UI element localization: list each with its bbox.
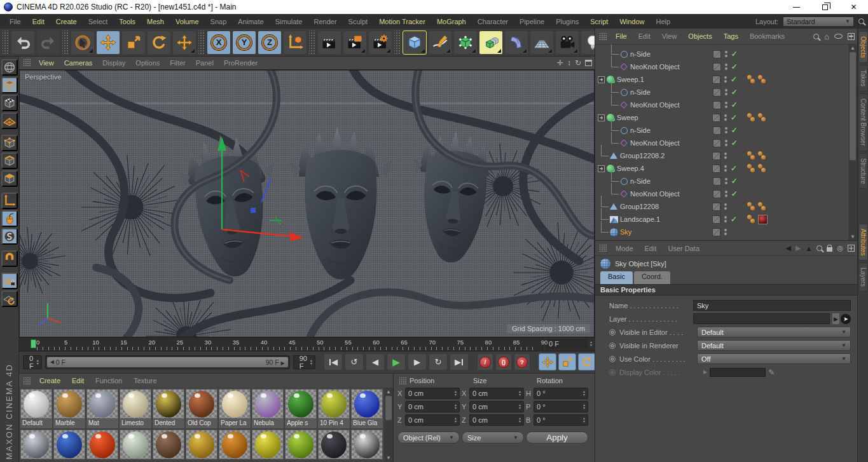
layer-toggle-icon[interactable] [713, 88, 721, 97]
viewport-menu-panel[interactable]: Panel [191, 59, 219, 67]
menu-render[interactable]: Render [308, 18, 342, 25]
layer-toggle-icon[interactable] [712, 215, 720, 224]
material-old-cop[interactable]: Old Cop [186, 389, 217, 428]
lock-y-axis-button[interactable]: Y [232, 31, 256, 55]
expander-icon[interactable] [598, 114, 605, 121]
coord-field-rotation-p[interactable]: 0 °▴▾ [534, 401, 588, 412]
preview-range-slider[interactable]: ◀ 0 F 90 F ▶ [45, 355, 290, 369]
drag-handle[interactable] [23, 58, 31, 67]
stepper-icon[interactable]: ▴▾ [583, 390, 585, 397]
lock-x-axis-button[interactable]: X [207, 31, 231, 55]
edit-render-settings-button[interactable] [368, 31, 392, 55]
key-position-button[interactable] [539, 353, 556, 370]
search-icon[interactable] [813, 34, 819, 39]
material-menu-texture[interactable]: Texture [128, 377, 162, 384]
add-panel-icon[interactable] [848, 33, 855, 40]
stepper-icon[interactable]: ▴▾ [455, 390, 457, 397]
coord-dropdown-size[interactable]: Size▼ [462, 431, 524, 444]
visibility-dots-icon[interactable] [725, 102, 727, 108]
side-tab-structure[interactable]: Structure [858, 153, 868, 189]
stepper-icon[interactable]: ▴▾ [519, 417, 521, 423]
visibility-dots-icon[interactable] [725, 178, 727, 184]
display-color-swatch[interactable] [710, 368, 766, 377]
keyframe-circle-icon[interactable] [609, 369, 616, 376]
layer-toggle-icon[interactable] [712, 114, 720, 122]
enabled-check-icon[interactable]: ✓ [731, 88, 740, 97]
object-row-sweep[interactable]: Sweep✓ [598, 111, 857, 124]
end-frame-field[interactable]: 90 F ▴▾ [293, 355, 315, 369]
objects-scrollbar[interactable]: ▲ ▼ [848, 44, 857, 240]
step-back-button[interactable]: ◀ [366, 353, 385, 370]
enabled-check-icon[interactable]: ✓ [731, 215, 740, 224]
keyframe-circle-icon[interactable] [609, 356, 616, 362]
drag-handle[interactable] [599, 32, 607, 41]
viewport-menu-prorender[interactable]: ProRender [219, 59, 263, 67]
material-tag-icon[interactable] [758, 164, 767, 173]
viewport-menu-options[interactable]: Options [130, 59, 165, 67]
coordinate-system-button[interactable] [283, 31, 307, 55]
lock-workplane-button[interactable] [1, 273, 18, 289]
material-tag-icon[interactable] [758, 113, 767, 122]
coord-field-rotation-h[interactable]: 0 °▴▾ [534, 388, 588, 399]
minimize-button[interactable] [782, 0, 811, 14]
layer-toggle-icon[interactable] [713, 63, 721, 71]
viewport-menu-display[interactable]: Display [97, 59, 130, 67]
coord-field-size-y[interactable]: 0 cm▴▾ [469, 401, 524, 412]
material-tag-icon[interactable] [758, 75, 767, 84]
enabled-check-icon[interactable]: ✓ [731, 100, 740, 109]
restore-button[interactable] [811, 0, 839, 14]
stepper-icon[interactable]: ▴▾ [455, 417, 457, 423]
menu-mesh[interactable]: Mesh [141, 18, 170, 25]
filter-icon[interactable] [834, 34, 843, 39]
menu-script[interactable]: Script [584, 18, 614, 25]
menu-character[interactable]: Character [472, 18, 514, 25]
object-row-n-side[interactable]: n-Side✓ [598, 175, 857, 187]
material-paper-la[interactable]: Paper La [219, 389, 251, 428]
menu-simulate[interactable]: Simulate [270, 18, 308, 25]
menu-window[interactable]: Window [614, 18, 650, 25]
dropdown-visible[interactable]: Default▼ [697, 340, 851, 351]
live-selection-button[interactable] [71, 31, 95, 55]
enabled-check-icon[interactable]: ✓ [731, 126, 740, 135]
history-forward-icon[interactable]: ▶ [796, 244, 801, 252]
viewport-menu-cameras[interactable]: Cameras [59, 59, 98, 67]
material-blue-gla[interactable]: Blue Gla [351, 389, 383, 428]
close-button[interactable]: ✕ [839, 0, 868, 14]
material-default[interactable]: Default [20, 389, 52, 428]
side-tab-content-browser[interactable]: Content Browser [858, 93, 868, 151]
object-menu-bookmarks[interactable]: Bookmarks [744, 32, 790, 40]
layer-pick-icon[interactable]: ➤ [841, 314, 851, 324]
materials-scrollbar[interactable]: ▲ ▼ [384, 388, 393, 462]
undo-button[interactable] [11, 31, 35, 55]
stepper-icon[interactable]: ▴▾ [37, 359, 39, 365]
viewport-menu-view[interactable]: View [34, 59, 59, 67]
layer-toggle-icon[interactable] [713, 139, 721, 147]
object-row-neoknot-object[interactable]: NeoKnot Object✓ [598, 60, 857, 73]
render-picture-viewer-button[interactable] [343, 31, 367, 55]
stepper-icon[interactable]: ▴▾ [455, 404, 457, 410]
play-forward-button[interactable]: ▶ [387, 353, 406, 370]
menu-mograph[interactable]: MoGraph [431, 18, 472, 25]
apply-button[interactable]: Apply [526, 431, 588, 444]
section-header[interactable]: Basic Properties [595, 284, 857, 296]
layer-toggle-icon[interactable] [712, 152, 720, 160]
enabled-check-icon[interactable]: ✓ [731, 139, 740, 147]
material-swatch[interactable] [20, 430, 52, 459]
current-frame-field[interactable]: 0 F ▴▾ [542, 337, 595, 351]
expander-icon[interactable] [598, 165, 605, 172]
stepper-icon[interactable]: ▴▾ [519, 390, 521, 397]
coord-field-size-x[interactable]: 0 cm▴▾ [469, 388, 524, 399]
object-row-sky[interactable]: Sky [598, 226, 857, 238]
visibility-dots-icon[interactable] [724, 153, 727, 159]
add-cube-primitive-button[interactable] [403, 31, 427, 55]
enabled-check-icon[interactable]: ✓ [731, 164, 740, 173]
lock-z-axis-button[interactable]: Z [258, 31, 282, 55]
drag-handle[interactable] [3, 31, 9, 55]
pen-icon[interactable]: ✎ [768, 368, 775, 377]
history-back-icon[interactable]: ◀ [786, 244, 791, 252]
object-menu-view[interactable]: View [656, 32, 683, 40]
rotate-view-icon[interactable]: ↻ [575, 58, 581, 67]
object-row-neoknot-object[interactable]: NeoKnot Object✓ [598, 137, 857, 149]
menu-help[interactable]: Help [651, 18, 677, 25]
visibility-dots-icon[interactable] [724, 114, 727, 121]
